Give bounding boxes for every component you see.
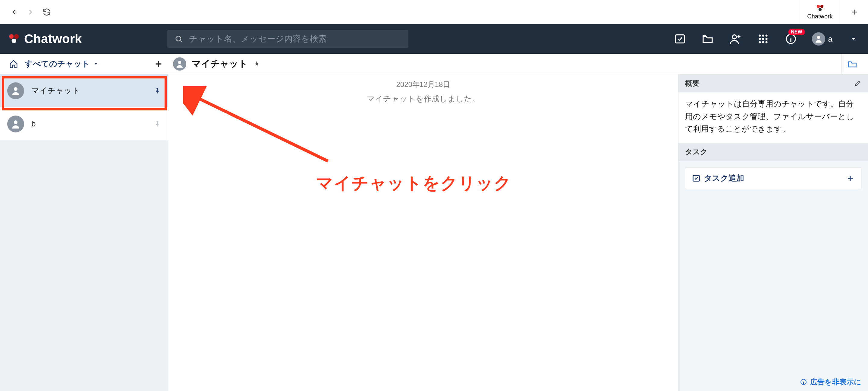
svg-point-9 (758, 34, 761, 36)
svg-point-14 (765, 38, 767, 40)
hide-ad-label: 広告を非表示に (810, 377, 861, 387)
overview-header-label: 概要 (685, 79, 700, 88)
avatar-icon (812, 32, 825, 46)
room-item-b[interactable]: b (0, 107, 168, 141)
pin-icon[interactable] (253, 60, 260, 67)
annotation-arrow (183, 86, 334, 165)
svg-point-22 (14, 120, 18, 124)
add-task-button[interactable]: タスク追加 (685, 167, 861, 189)
overview-header: 概要 (678, 74, 868, 92)
svg-point-11 (765, 34, 767, 36)
room-item-mychat[interactable]: マイチャット (0, 74, 168, 107)
chatwork-favicon (816, 4, 824, 12)
nav-forward-button (22, 4, 38, 20)
right-panel: 概要 マイチャットは自分専用のチャットです。自分用のメモやタスク管理、ファイルサ… (678, 74, 868, 391)
overview-description: マイチャットは自分専用のチャットです。自分用のメモやタスク管理、ファイルサーバー… (678, 92, 868, 143)
add-task-label: タスク追加 (704, 173, 744, 184)
svg-point-8 (733, 35, 736, 39)
svg-point-12 (758, 38, 761, 40)
room-item-label: マイチャット (31, 85, 80, 96)
pin-icon[interactable] (154, 87, 161, 94)
chevron-down-icon (93, 61, 98, 66)
svg-point-10 (762, 34, 764, 36)
search-input[interactable] (189, 34, 401, 44)
svg-point-2 (818, 8, 822, 11)
search-icon (175, 35, 183, 43)
user-menu[interactable]: a (812, 32, 832, 46)
avatar-icon (7, 116, 24, 133)
room-title-bar: マイチャット (168, 57, 260, 71)
pin-icon[interactable] (154, 121, 161, 127)
svg-point-1 (820, 5, 824, 8)
search-box[interactable] (167, 30, 408, 48)
room-item-label: b (31, 119, 36, 129)
tasks-icon[interactable] (673, 32, 687, 46)
chat-area: 2020年12月18日 マイチャットを作成しました。 マイチャットをクリック (168, 74, 678, 391)
brand-logo[interactable]: Chatwork (8, 32, 82, 46)
svg-point-3 (9, 34, 13, 38)
filter-label: すべてのチャット (25, 58, 90, 69)
svg-point-13 (762, 38, 764, 40)
svg-point-5 (12, 38, 16, 43)
browser-toolbar: Chatwork (0, 0, 868, 24)
app-header: Chatwork NEW a (0, 24, 868, 54)
svg-point-17 (765, 41, 767, 44)
nav-back-button[interactable] (6, 4, 22, 20)
browser-tab-chatwork[interactable]: Chatwork (799, 0, 841, 24)
svg-line-23 (192, 95, 328, 161)
pencil-icon (854, 80, 861, 87)
menu-dropdown-icon[interactable] (847, 32, 860, 46)
avatar-icon (7, 82, 24, 99)
check-box-icon (692, 174, 701, 183)
room-name: マイチャット (192, 58, 248, 70)
sub-header: すべてのチャット マイチャット (0, 54, 868, 74)
task-header: タスク (678, 143, 868, 161)
reload-button[interactable] (38, 4, 55, 20)
add-contact-icon[interactable] (729, 32, 742, 46)
svg-point-0 (816, 5, 820, 8)
svg-point-16 (762, 41, 764, 44)
svg-point-15 (758, 41, 761, 44)
chatwork-logo-icon (8, 33, 20, 45)
folder-panel-toggle[interactable] (841, 54, 863, 74)
annotation-text: マイチャットをクリック (316, 172, 512, 195)
new-badge: NEW (788, 29, 804, 35)
svg-rect-7 (675, 35, 684, 43)
new-tab-button[interactable] (841, 0, 868, 24)
hide-ad-link[interactable]: 広告を非表示に (678, 373, 868, 391)
user-name: a (828, 34, 832, 44)
room-list-sidebar: マイチャット b (0, 74, 168, 391)
info-icon (800, 378, 807, 386)
svg-point-21 (14, 87, 18, 91)
home-icon[interactable] (9, 59, 18, 68)
plus-icon (846, 174, 855, 183)
edit-overview-button[interactable] (854, 80, 861, 87)
apps-grid-icon[interactable] (756, 32, 770, 46)
add-chat-button[interactable] (154, 59, 163, 69)
brand-name: Chatwork (24, 32, 82, 46)
info-icon[interactable]: NEW (784, 32, 798, 46)
tab-label: Chatwork (807, 13, 832, 20)
files-icon[interactable] (701, 32, 714, 46)
svg-point-20 (178, 61, 181, 64)
chat-filter-dropdown[interactable]: すべてのチャット (25, 58, 98, 69)
svg-point-19 (817, 36, 820, 39)
room-avatar-icon (173, 57, 186, 71)
svg-point-6 (176, 36, 181, 41)
task-header-label: タスク (685, 147, 708, 157)
svg-point-4 (14, 34, 19, 38)
